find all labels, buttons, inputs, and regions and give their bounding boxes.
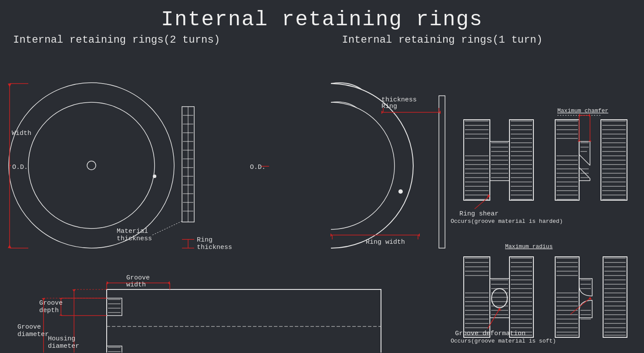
svg-point-12 <box>153 175 156 178</box>
subtitle-right: Internal retaining rings(1 turn) <box>342 34 543 46</box>
svg-text:diameter: diameter <box>17 331 49 338</box>
svg-marker-307 <box>588 297 592 299</box>
svg-marker-68 <box>59 314 63 316</box>
svg-text:Material: Material <box>117 228 148 235</box>
svg-text:Occurs(groove material is soft: Occurs(groove material is soft) <box>451 338 556 344</box>
svg-rect-52 <box>107 289 381 353</box>
svg-marker-76 <box>168 281 170 285</box>
svg-text:Groove: Groove <box>126 274 150 282</box>
svg-text:Ring: Ring <box>197 236 212 244</box>
svg-point-35 <box>398 189 403 194</box>
svg-rect-53 <box>107 298 122 316</box>
svg-text:Ring shear: Ring shear <box>459 210 499 218</box>
svg-line-27 <box>152 221 182 235</box>
svg-text:Groove deformation: Groove deformation <box>455 330 526 337</box>
svg-text:Maximum radius: Maximum radius <box>505 243 553 250</box>
svg-text:Maximum chamfer: Maximum chamfer <box>557 108 608 114</box>
svg-point-1 <box>28 102 155 229</box>
main-title: Internal retaining rings <box>0 0 644 31</box>
svg-text:depth: depth <box>39 307 59 314</box>
svg-text:thickness: thickness <box>117 235 152 242</box>
svg-text:Groove: Groove <box>17 323 41 331</box>
svg-text:O.D.: O.D. <box>12 164 28 171</box>
svg-marker-75 <box>107 281 109 285</box>
svg-marker-7 <box>8 245 11 248</box>
svg-text:Ring: Ring <box>381 103 397 110</box>
svg-text:diameter: diameter <box>48 343 79 350</box>
svg-text:width: width <box>126 281 146 289</box>
svg-rect-38 <box>439 96 445 248</box>
subtitle-left: Internal retaining rings(2 turns) <box>13 34 220 46</box>
svg-text:Groove: Groove <box>39 299 63 307</box>
svg-marker-89 <box>72 289 76 292</box>
svg-text:Occurs(groove material is hard: Occurs(groove material is harded) <box>451 218 563 225</box>
svg-line-146 <box>475 196 490 209</box>
svg-marker-6 <box>8 84 11 87</box>
svg-text:thickness: thickness <box>197 244 232 251</box>
svg-marker-208 <box>579 114 581 117</box>
svg-point-0 <box>9 83 174 248</box>
svg-marker-206 <box>588 140 592 141</box>
svg-text:Width: Width <box>12 130 31 137</box>
svg-text:thickness: thickness <box>381 96 417 104</box>
svg-text:O.D.: O.D. <box>250 164 266 171</box>
svg-point-2 <box>87 161 96 170</box>
svg-text:Housing: Housing <box>48 335 75 343</box>
svg-point-238 <box>492 289 507 308</box>
svg-marker-209 <box>588 114 590 117</box>
svg-marker-204 <box>577 140 581 141</box>
svg-line-170 <box>579 155 590 165</box>
svg-marker-260 <box>498 308 501 310</box>
svg-text:Ring width: Ring width <box>366 239 405 246</box>
